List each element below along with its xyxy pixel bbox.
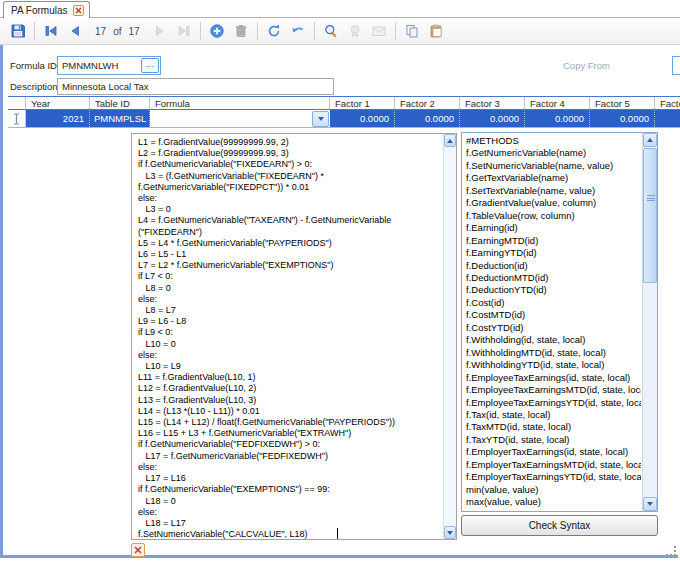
- formula-id-field[interactable]: PMNMNLWH …: [57, 56, 161, 75]
- undo-icon[interactable]: [286, 20, 310, 42]
- save-icon[interactable]: [6, 20, 30, 42]
- method-item[interactable]: f.GetNumericVariable(name): [466, 147, 641, 159]
- formula-id-value: PMNMNLWH: [58, 60, 141, 71]
- factor5-cell[interactable]: 0.0000: [590, 110, 655, 127]
- tab-close-icon[interactable]: [73, 5, 84, 16]
- grid-header-year[interactable]: Year: [26, 97, 90, 109]
- previous-record-icon[interactable]: [63, 20, 87, 42]
- grid-header-factor1[interactable]: Factor 1: [330, 97, 395, 109]
- method-item[interactable]: f.DeductionYTD(id): [466, 284, 641, 296]
- editor-scrollbar[interactable]: [443, 134, 456, 539]
- method-item[interactable]: f.EarningYTD(id): [466, 247, 641, 259]
- factor3-cell[interactable]: 0.0000: [460, 110, 525, 127]
- code-line: if f.GetNumericVariable("FIXEDEARN") > 0…: [138, 159, 441, 170]
- copy-icon[interactable]: [400, 20, 424, 42]
- method-item[interactable]: f.Tax(id, state, local): [466, 409, 641, 421]
- scroll-up-icon[interactable]: [444, 134, 456, 147]
- grid-header-selector: [8, 97, 26, 109]
- delete-record-icon[interactable]: [229, 20, 253, 42]
- method-item[interactable]: f.DeductionMTD(id): [466, 272, 641, 284]
- formula-cell[interactable]: [150, 110, 330, 127]
- method-item[interactable]: f.WithholdingYTD(id, state, local): [466, 359, 641, 371]
- error-close-button[interactable]: [131, 543, 145, 557]
- method-item[interactable]: f.SetTextVariable(name, value): [466, 185, 641, 197]
- methods-scrollbar[interactable]: [642, 133, 657, 511]
- method-item[interactable]: f.EmployeeTaxEarningsMTD(id, state, loca…: [466, 384, 641, 396]
- method-item[interactable]: min(value, value): [466, 484, 641, 496]
- method-item[interactable]: f.Deduction(id): [466, 260, 641, 272]
- next-record-icon[interactable]: [148, 20, 172, 42]
- browse-ellipsis-button[interactable]: …: [141, 58, 159, 73]
- code-line: else:: [138, 193, 441, 204]
- table-id-cell[interactable]: PMNMPLSL: [90, 110, 150, 127]
- scroll-down-icon[interactable]: [444, 526, 456, 539]
- formula-cell-editor[interactable]: [150, 110, 312, 127]
- method-item[interactable]: f.GetTextVariable(name): [466, 172, 641, 184]
- code-line: else:: [138, 462, 441, 473]
- method-item[interactable]: f.Earning(id): [466, 222, 641, 234]
- certificate-icon[interactable]: [343, 20, 367, 42]
- paste-icon[interactable]: [424, 20, 448, 42]
- text-caret: [337, 528, 338, 539]
- code-line: L12 = f.GradientValue(L10, 2): [138, 383, 441, 394]
- copy-from-label: Copy From: [563, 60, 610, 71]
- scroll-down-icon[interactable]: [643, 497, 657, 511]
- refresh-icon[interactable]: [262, 20, 286, 42]
- description-field[interactable]: Minnesota Local Tax: [57, 78, 334, 95]
- grid-header-factor6[interactable]: Facto: [655, 97, 680, 109]
- formula-code-editor[interactable]: L1 = f.GradientValue(99999999.99, 2)L2 =…: [131, 133, 457, 540]
- last-record-icon[interactable]: [172, 20, 196, 42]
- first-record-icon[interactable]: [39, 20, 63, 42]
- grid-header-factor2[interactable]: Factor 2: [395, 97, 460, 109]
- method-item[interactable]: f.EmployerTaxEarningsMTD(id, state, loca…: [466, 459, 641, 471]
- resize-grip[interactable]: [666, 546, 677, 557]
- scrollbar-thumb[interactable]: [643, 148, 657, 283]
- check-syntax-button[interactable]: Check Syntax: [461, 515, 658, 536]
- method-item[interactable]: f.EmployeeTaxEarningsYTD(id, state, loca…: [466, 397, 641, 409]
- grid-header-table-id[interactable]: Table ID: [90, 97, 150, 109]
- method-item[interactable]: #METHODS: [466, 135, 641, 147]
- year-cell[interactable]: 2021: [26, 110, 90, 127]
- factor1-cell[interactable]: 0.0000: [330, 110, 395, 127]
- add-record-icon[interactable]: [205, 20, 229, 42]
- toolbar: 17 of 17: [0, 18, 680, 45]
- print-preview-icon[interactable]: [319, 20, 343, 42]
- method-item[interactable]: f.EmployerTaxEarnings(id, state, local): [466, 446, 641, 458]
- methods-reference-panel: #METHODSf.GetNumericVariable(name)f.SetN…: [461, 132, 658, 512]
- factor4-cell[interactable]: 0.0000: [525, 110, 590, 127]
- code-line: L8 = L7: [138, 305, 441, 316]
- method-item[interactable]: f.EmployerTaxEarningsYTD(id, state, loca…: [466, 471, 641, 483]
- code-line: if L7 < 0:: [138, 271, 441, 282]
- grid-header-row: Year Table ID Formula Factor 1 Factor 2 …: [8, 96, 680, 110]
- grid-header-factor4[interactable]: Factor 4: [525, 97, 590, 109]
- code-line: if L9 < 0:: [138, 327, 441, 338]
- method-item[interactable]: f.GradientValue(value, column): [466, 197, 641, 209]
- method-item[interactable]: f.WithholdingMTD(id, state, local): [466, 347, 641, 359]
- factor6-cell[interactable]: [655, 110, 680, 127]
- method-item[interactable]: f.TaxYTD(id, state, local): [466, 434, 641, 446]
- method-item[interactable]: f.CostMTD(id): [466, 309, 641, 321]
- method-item[interactable]: f.TableValue(row, column): [466, 210, 641, 222]
- code-line: L8 = 0: [138, 283, 441, 294]
- method-item[interactable]: f.Cost(id): [466, 297, 641, 309]
- factor2-cell[interactable]: 0.0000: [395, 110, 460, 127]
- scroll-up-icon[interactable]: [643, 133, 657, 147]
- copy-from-field[interactable]: [672, 56, 680, 75]
- grid-header-formula[interactable]: Formula: [150, 97, 330, 109]
- method-item[interactable]: f.CostYTD(id): [466, 322, 641, 334]
- code-line: L17 = L16: [138, 473, 441, 484]
- method-item[interactable]: f.Withholding(id, state, local): [466, 334, 641, 346]
- grid-header-factor3[interactable]: Factor 3: [460, 97, 525, 109]
- method-item[interactable]: max(value, value): [466, 496, 641, 508]
- formula-dropdown-button[interactable]: [312, 111, 329, 127]
- grid-header-factor5[interactable]: Factor 5: [590, 97, 655, 109]
- method-item[interactable]: f.EmployeeTaxEarnings(id, state, local): [466, 372, 641, 384]
- method-item[interactable]: f.SetNumericVariable(name, value): [466, 160, 641, 172]
- grid-data-row[interactable]: 2021 PMNMPLSL 0.0000 0.0000 0.0000 0.000…: [8, 110, 680, 128]
- method-item[interactable]: f.EarningMTD(id): [466, 235, 641, 247]
- row-selector-cell[interactable]: [8, 110, 26, 127]
- method-item[interactable]: f.TaxMTD(id, state, local): [466, 421, 641, 433]
- code-line: else:: [138, 294, 441, 305]
- email-icon[interactable]: [367, 20, 391, 42]
- tab-pa-formulas[interactable]: PA Formulas: [3, 1, 90, 18]
